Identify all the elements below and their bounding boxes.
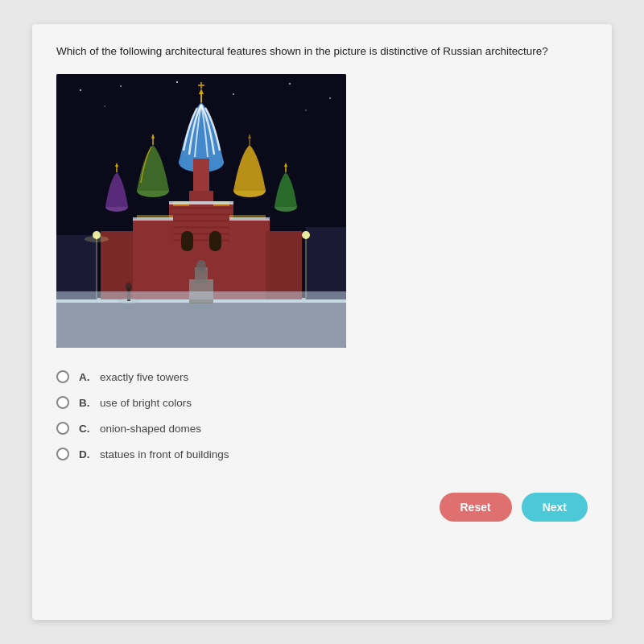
svg-point-1 <box>80 89 81 91</box>
quiz-card: Which of the following architectural fea… <box>32 24 612 620</box>
option-a-letter: A. <box>79 371 93 383</box>
svg-rect-61 <box>56 291 346 299</box>
svg-point-52 <box>196 260 206 271</box>
svg-rect-26 <box>209 231 221 251</box>
option-b-letter: B. <box>79 397 93 409</box>
svg-point-3 <box>176 81 178 83</box>
option-c[interactable]: C. onion-shaped domes <box>56 422 588 435</box>
option-d[interactable]: D. statues in front of buildings <box>56 448 588 460</box>
svg-rect-25 <box>181 231 193 251</box>
svg-rect-19 <box>169 233 233 235</box>
reset-button[interactable]: Reset <box>440 493 512 522</box>
svg-rect-60 <box>229 217 270 221</box>
radio-c[interactable] <box>56 422 69 435</box>
svg-point-9 <box>305 109 307 111</box>
svg-rect-24 <box>266 231 302 299</box>
option-d-letter: D. <box>79 448 93 460</box>
svg-rect-17 <box>169 220 233 222</box>
svg-point-49 <box>126 283 132 291</box>
svg-rect-18 <box>169 226 233 229</box>
svg-rect-10 <box>56 299 346 348</box>
svg-rect-20 <box>169 239 233 242</box>
option-b[interactable]: B. use of bright colors <box>56 396 588 409</box>
option-b-label: use of bright colors <box>100 397 192 409</box>
option-c-label: onion-shaped domes <box>100 423 201 435</box>
option-a-label: exactly five towers <box>100 371 188 383</box>
svg-point-6 <box>329 97 331 99</box>
svg-rect-13 <box>306 227 346 299</box>
svg-rect-16 <box>169 213 233 216</box>
svg-rect-21 <box>101 231 137 299</box>
cathedral-image <box>56 74 346 348</box>
button-row: Reset Next <box>56 493 588 522</box>
svg-rect-12 <box>56 235 97 299</box>
option-d-label: statues in front of buildings <box>100 448 229 460</box>
svg-point-55 <box>85 236 109 242</box>
svg-rect-23 <box>229 219 270 299</box>
radio-d[interactable] <box>56 448 69 460</box>
next-button[interactable]: Next <box>522 493 588 522</box>
svg-point-4 <box>233 93 234 95</box>
svg-rect-15 <box>169 207 233 209</box>
svg-rect-58 <box>169 201 233 204</box>
svg-point-2 <box>120 85 122 87</box>
svg-point-57 <box>302 231 310 239</box>
option-c-letter: C. <box>79 423 93 435</box>
question-text: Which of the following architectural fea… <box>56 43 588 60</box>
radio-b[interactable] <box>56 396 69 409</box>
svg-rect-22 <box>133 219 173 299</box>
svg-rect-59 <box>133 217 173 221</box>
svg-point-5 <box>289 83 291 85</box>
radio-a[interactable] <box>56 370 69 383</box>
option-a[interactable]: A. exactly five towers <box>56 370 588 383</box>
svg-point-7 <box>104 105 105 107</box>
options-list: A. exactly five towers B. use of bright … <box>56 370 588 460</box>
